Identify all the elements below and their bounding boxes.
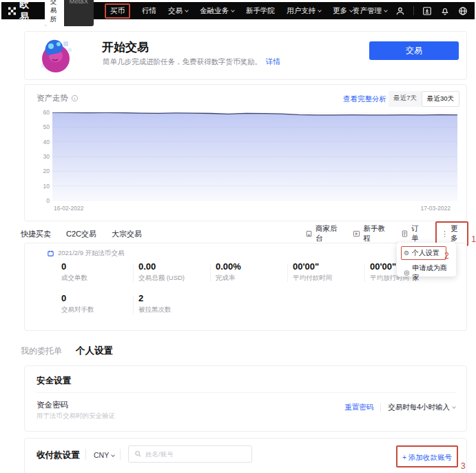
okx-logo[interactable]: 欧易 xyxy=(8,0,35,23)
assets-menu[interactable]: 资产管理 xyxy=(353,6,387,16)
hero-subtitle: 简单几步完成进阶任务，免费获得数字货币奖励。详情 xyxy=(103,57,280,67)
nav-item-trade[interactable]: 交易 xyxy=(168,6,188,16)
product-switcher: 交易所 MetaX xyxy=(45,0,94,26)
nav-item-finance[interactable]: 金融业务 xyxy=(200,6,234,16)
x-axis-start-label: 16-02-2022 xyxy=(54,205,83,212)
range-30d-button[interactable]: 最近30天 xyxy=(422,91,459,107)
menu-item-apply-merchant[interactable]: 申请成为商家 xyxy=(397,262,456,284)
asset-trend-card: 资产走势 查看完整分析 最近7天 最近30天 6050403020100 16-… xyxy=(24,84,467,221)
stat-counterparties: 0交易对手数 xyxy=(61,293,134,314)
top-navbar: 欧易 交易所 MetaX 买币 行情 交易 金融业务 新手学院 用户支持 更多 … xyxy=(1,2,475,19)
fund-password-label: 资金密码 xyxy=(37,400,68,410)
chevron-down-icon xyxy=(384,8,388,12)
chevron-down-icon xyxy=(231,8,235,12)
y-axis-tick-label: 30 xyxy=(33,153,50,160)
security-settings-card: 安全设置 资金密码 用于法币交易时的安全验证 重置密码 交易时每4小时输入 xyxy=(24,365,467,432)
full-analysis-link[interactable]: 查看完整分析 xyxy=(343,94,386,104)
stat-trade-volume: 0.00交易总额 (USD) xyxy=(138,261,211,283)
search-icon xyxy=(134,450,142,458)
menu-item-personal-settings[interactable]: ⚙ 个人设置 xyxy=(401,246,446,260)
merchant-badge-icon xyxy=(404,270,410,276)
tab-exchange[interactable]: 交易所 xyxy=(45,0,64,26)
range-7d-button[interactable]: 最近7天 xyxy=(389,91,422,107)
chart-area xyxy=(52,112,457,201)
payment-settings-card: 收付款设置 CNY + 添加收款账号 3 xyxy=(24,438,467,473)
tab-c2c-trade[interactable]: C2C交易 xyxy=(66,229,96,239)
fund-password-desc: 用于法币交易时的安全验证 xyxy=(37,412,115,421)
tab-express-buy-sell[interactable]: 快捷买卖 xyxy=(21,229,51,239)
annotation-number-1: 1 xyxy=(471,235,476,243)
reset-password-link[interactable]: 重置密码 xyxy=(344,403,373,412)
calendar-icon xyxy=(47,250,54,257)
stat-completed-orders: 0成交单数 xyxy=(61,261,134,283)
y-axis-tick-label: 60 xyxy=(33,109,50,116)
mascot-illustration xyxy=(36,36,76,76)
tab-personal-settings[interactable]: 个人设置 xyxy=(76,345,113,357)
chart-title: 资产走势 xyxy=(37,93,79,103)
more-dropdown-menu: ⚙ 个人设置 2 申请成为商家 xyxy=(397,243,456,276)
stat-completion-rate: 0.00%完成率 xyxy=(216,261,288,283)
y-axis-tick-label: 0 xyxy=(33,197,50,204)
nav-item-support[interactable]: 用户支持 xyxy=(287,6,321,16)
notification-bell-icon[interactable] xyxy=(440,6,450,16)
tab-my-orders[interactable]: 我的委托单 xyxy=(21,345,62,357)
divider xyxy=(210,264,211,282)
divider xyxy=(120,449,121,460)
security-settings-title: 安全设置 xyxy=(37,375,71,387)
nav-item-academy[interactable]: 新手学院 xyxy=(246,6,275,16)
add-payment-account-button[interactable]: + 添加收款账号 xyxy=(396,445,458,467)
stat-avg-payment-time: 00'00"平均付款时间 xyxy=(293,261,365,283)
x-axis-end-label: 17-03-2022 xyxy=(421,205,451,212)
okx-logo-icon xyxy=(8,6,16,16)
nav-items: 买币 行情 交易 金融业务 新手学院 用户支持 更多 xyxy=(105,3,353,19)
search-input[interactable] xyxy=(145,450,242,458)
language-globe-icon[interactable] xyxy=(458,6,468,16)
trade-tabs: 快捷买卖 C2C交易 大宗交易 xyxy=(21,225,142,243)
fund-password-actions: 重置密码 交易时每4小时输入 xyxy=(344,403,455,412)
info-icon[interactable] xyxy=(71,94,79,102)
account-search-box xyxy=(128,445,252,463)
password-frequency-select[interactable]: 交易时每4小时输入 xyxy=(388,403,455,412)
divider xyxy=(287,264,288,282)
nav-item-markets[interactable]: 行情 xyxy=(142,6,156,16)
payment-settings-title: 收付款设置 xyxy=(37,450,80,461)
storefront-icon xyxy=(305,230,313,238)
chevron-down-icon xyxy=(111,453,115,457)
divider xyxy=(133,296,134,314)
tab-metax[interactable]: MetaX xyxy=(64,0,94,26)
vertical-dots-icon: ⋮ xyxy=(441,230,448,239)
y-axis-tick-label: 10 xyxy=(33,183,50,190)
hero-title: 开始交易 xyxy=(102,39,149,55)
range-selector: 最近7天 最近30天 xyxy=(389,91,459,107)
chevron-down-icon xyxy=(185,8,189,12)
asset-trend-plot xyxy=(52,112,457,201)
divider xyxy=(380,403,381,412)
nav-item-more[interactable]: 更多 xyxy=(333,6,353,16)
orders-link[interactable]: 订单 xyxy=(401,224,424,243)
asset-trend-chart: 6050403020100 16-02-2022 17-03-2022 xyxy=(33,108,460,219)
navbar-right: 资产管理 xyxy=(353,6,468,16)
nav-item-buy-crypto[interactable]: 买币 xyxy=(105,3,130,19)
download-app-icon[interactable] xyxy=(422,6,432,16)
user-icon[interactable] xyxy=(395,6,405,16)
y-axis-tick-label: 50 xyxy=(33,123,50,130)
y-axis-tick-label: 20 xyxy=(33,168,50,174)
stat-blocked-count: 2被拉黑次数 xyxy=(138,293,211,314)
trade-tabbar: 快捷买卖 C2C交易 大宗交易 商家后台 新手教程 订单 ⋮ 更多 1 xyxy=(0,225,476,243)
start-trading-card: 开始交易 简单几步完成进阶任务，免费获得数字货币奖励。详情 交易 xyxy=(24,31,467,80)
merchant-portal-link[interactable]: 商家后台 xyxy=(305,224,342,243)
document-icon xyxy=(401,230,408,238)
divider xyxy=(364,264,365,282)
currency-select[interactable]: CNY xyxy=(94,451,114,459)
trade-button[interactable]: 交易 xyxy=(369,41,459,60)
details-link[interactable]: 详情 xyxy=(266,57,280,66)
divider xyxy=(413,6,414,15)
beginner-tutorial-link[interactable]: 新手教程 xyxy=(353,224,389,243)
tab-block-trade[interactable]: 大宗交易 xyxy=(112,229,142,239)
chevron-down-icon xyxy=(452,405,456,409)
logo-text: 欧易 xyxy=(19,0,35,23)
divider xyxy=(85,449,86,460)
settings-section-tabs: 我的委托单 个人设置 xyxy=(21,345,113,357)
divider xyxy=(37,392,456,393)
chevron-down-icon xyxy=(318,8,322,12)
